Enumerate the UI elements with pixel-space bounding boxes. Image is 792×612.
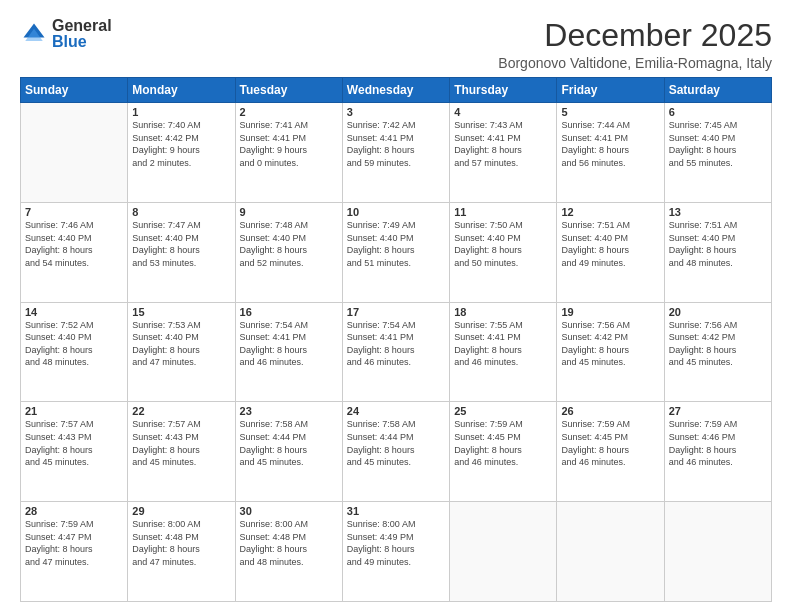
day-cell: 25Sunrise: 7:59 AMSunset: 4:45 PMDayligh… — [450, 402, 557, 502]
day-number: 31 — [347, 505, 445, 517]
day-cell: 9Sunrise: 7:48 AMSunset: 4:40 PMDaylight… — [235, 202, 342, 302]
logo: General Blue — [20, 18, 112, 50]
week-row-3: 14Sunrise: 7:52 AMSunset: 4:40 PMDayligh… — [21, 302, 772, 402]
day-number: 17 — [347, 306, 445, 318]
day-number: 18 — [454, 306, 552, 318]
day-info: Sunrise: 7:42 AMSunset: 4:41 PMDaylight:… — [347, 119, 445, 169]
day-cell — [664, 502, 771, 602]
day-cell: 20Sunrise: 7:56 AMSunset: 4:42 PMDayligh… — [664, 302, 771, 402]
day-info: Sunrise: 8:00 AMSunset: 4:48 PMDaylight:… — [132, 518, 230, 568]
day-number: 25 — [454, 405, 552, 417]
day-number: 11 — [454, 206, 552, 218]
day-number: 29 — [132, 505, 230, 517]
day-info: Sunrise: 7:51 AMSunset: 4:40 PMDaylight:… — [561, 219, 659, 269]
day-number: 19 — [561, 306, 659, 318]
logo-general-text: General — [52, 18, 112, 34]
day-cell: 21Sunrise: 7:57 AMSunset: 4:43 PMDayligh… — [21, 402, 128, 502]
week-row-1: 1Sunrise: 7:40 AMSunset: 4:42 PMDaylight… — [21, 103, 772, 203]
day-number: 7 — [25, 206, 123, 218]
day-number: 10 — [347, 206, 445, 218]
day-header-friday: Friday — [557, 78, 664, 103]
page: General Blue December 2025 Borgonovo Val… — [0, 0, 792, 612]
day-number: 21 — [25, 405, 123, 417]
day-number: 23 — [240, 405, 338, 417]
day-number: 3 — [347, 106, 445, 118]
logo-blue-text: Blue — [52, 34, 112, 50]
day-number: 5 — [561, 106, 659, 118]
day-cell: 6Sunrise: 7:45 AMSunset: 4:40 PMDaylight… — [664, 103, 771, 203]
day-info: Sunrise: 7:46 AMSunset: 4:40 PMDaylight:… — [25, 219, 123, 269]
day-info: Sunrise: 7:58 AMSunset: 4:44 PMDaylight:… — [347, 418, 445, 468]
day-number: 15 — [132, 306, 230, 318]
logo-icon — [20, 20, 48, 48]
day-info: Sunrise: 7:58 AMSunset: 4:44 PMDaylight:… — [240, 418, 338, 468]
day-number: 8 — [132, 206, 230, 218]
day-info: Sunrise: 7:40 AMSunset: 4:42 PMDaylight:… — [132, 119, 230, 169]
day-info: Sunrise: 7:59 AMSunset: 4:45 PMDaylight:… — [561, 418, 659, 468]
day-header-saturday: Saturday — [664, 78, 771, 103]
location-title: Borgonovo Valtidone, Emilia-Romagna, Ita… — [498, 55, 772, 71]
day-cell: 30Sunrise: 8:00 AMSunset: 4:48 PMDayligh… — [235, 502, 342, 602]
day-number: 14 — [25, 306, 123, 318]
day-number: 22 — [132, 405, 230, 417]
day-info: Sunrise: 7:53 AMSunset: 4:40 PMDaylight:… — [132, 319, 230, 369]
day-cell: 15Sunrise: 7:53 AMSunset: 4:40 PMDayligh… — [128, 302, 235, 402]
day-number: 26 — [561, 405, 659, 417]
day-info: Sunrise: 8:00 AMSunset: 4:48 PMDaylight:… — [240, 518, 338, 568]
day-info: Sunrise: 7:44 AMSunset: 4:41 PMDaylight:… — [561, 119, 659, 169]
day-cell — [557, 502, 664, 602]
day-info: Sunrise: 7:57 AMSunset: 4:43 PMDaylight:… — [132, 418, 230, 468]
day-number: 1 — [132, 106, 230, 118]
day-cell — [21, 103, 128, 203]
day-info: Sunrise: 7:55 AMSunset: 4:41 PMDaylight:… — [454, 319, 552, 369]
day-cell: 17Sunrise: 7:54 AMSunset: 4:41 PMDayligh… — [342, 302, 449, 402]
day-cell: 18Sunrise: 7:55 AMSunset: 4:41 PMDayligh… — [450, 302, 557, 402]
day-number: 6 — [669, 106, 767, 118]
day-cell: 3Sunrise: 7:42 AMSunset: 4:41 PMDaylight… — [342, 103, 449, 203]
day-cell: 11Sunrise: 7:50 AMSunset: 4:40 PMDayligh… — [450, 202, 557, 302]
day-header-thursday: Thursday — [450, 78, 557, 103]
day-info: Sunrise: 7:59 AMSunset: 4:47 PMDaylight:… — [25, 518, 123, 568]
day-number: 13 — [669, 206, 767, 218]
day-number: 28 — [25, 505, 123, 517]
day-number: 4 — [454, 106, 552, 118]
day-cell: 4Sunrise: 7:43 AMSunset: 4:41 PMDaylight… — [450, 103, 557, 203]
day-info: Sunrise: 8:00 AMSunset: 4:49 PMDaylight:… — [347, 518, 445, 568]
day-cell: 26Sunrise: 7:59 AMSunset: 4:45 PMDayligh… — [557, 402, 664, 502]
day-number: 20 — [669, 306, 767, 318]
day-cell: 10Sunrise: 7:49 AMSunset: 4:40 PMDayligh… — [342, 202, 449, 302]
day-info: Sunrise: 7:59 AMSunset: 4:46 PMDaylight:… — [669, 418, 767, 468]
week-row-2: 7Sunrise: 7:46 AMSunset: 4:40 PMDaylight… — [21, 202, 772, 302]
day-cell: 8Sunrise: 7:47 AMSunset: 4:40 PMDaylight… — [128, 202, 235, 302]
day-number: 12 — [561, 206, 659, 218]
day-cell: 19Sunrise: 7:56 AMSunset: 4:42 PMDayligh… — [557, 302, 664, 402]
day-info: Sunrise: 7:48 AMSunset: 4:40 PMDaylight:… — [240, 219, 338, 269]
day-header-tuesday: Tuesday — [235, 78, 342, 103]
header: General Blue December 2025 Borgonovo Val… — [20, 18, 772, 71]
day-number: 9 — [240, 206, 338, 218]
day-cell: 13Sunrise: 7:51 AMSunset: 4:40 PMDayligh… — [664, 202, 771, 302]
day-info: Sunrise: 7:57 AMSunset: 4:43 PMDaylight:… — [25, 418, 123, 468]
day-cell: 23Sunrise: 7:58 AMSunset: 4:44 PMDayligh… — [235, 402, 342, 502]
day-info: Sunrise: 7:43 AMSunset: 4:41 PMDaylight:… — [454, 119, 552, 169]
days-header-row: SundayMondayTuesdayWednesdayThursdayFrid… — [21, 78, 772, 103]
day-info: Sunrise: 7:51 AMSunset: 4:40 PMDaylight:… — [669, 219, 767, 269]
day-number: 27 — [669, 405, 767, 417]
day-number: 24 — [347, 405, 445, 417]
day-header-wednesday: Wednesday — [342, 78, 449, 103]
day-info: Sunrise: 7:59 AMSunset: 4:45 PMDaylight:… — [454, 418, 552, 468]
day-cell: 16Sunrise: 7:54 AMSunset: 4:41 PMDayligh… — [235, 302, 342, 402]
day-cell: 12Sunrise: 7:51 AMSunset: 4:40 PMDayligh… — [557, 202, 664, 302]
day-info: Sunrise: 7:50 AMSunset: 4:40 PMDaylight:… — [454, 219, 552, 269]
week-row-4: 21Sunrise: 7:57 AMSunset: 4:43 PMDayligh… — [21, 402, 772, 502]
day-cell: 31Sunrise: 8:00 AMSunset: 4:49 PMDayligh… — [342, 502, 449, 602]
title-block: December 2025 Borgonovo Valtidone, Emili… — [498, 18, 772, 71]
day-header-sunday: Sunday — [21, 78, 128, 103]
day-cell: 2Sunrise: 7:41 AMSunset: 4:41 PMDaylight… — [235, 103, 342, 203]
day-info: Sunrise: 7:47 AMSunset: 4:40 PMDaylight:… — [132, 219, 230, 269]
day-number: 2 — [240, 106, 338, 118]
day-cell: 1Sunrise: 7:40 AMSunset: 4:42 PMDaylight… — [128, 103, 235, 203]
day-header-monday: Monday — [128, 78, 235, 103]
month-title: December 2025 — [498, 18, 772, 53]
day-info: Sunrise: 7:56 AMSunset: 4:42 PMDaylight:… — [561, 319, 659, 369]
